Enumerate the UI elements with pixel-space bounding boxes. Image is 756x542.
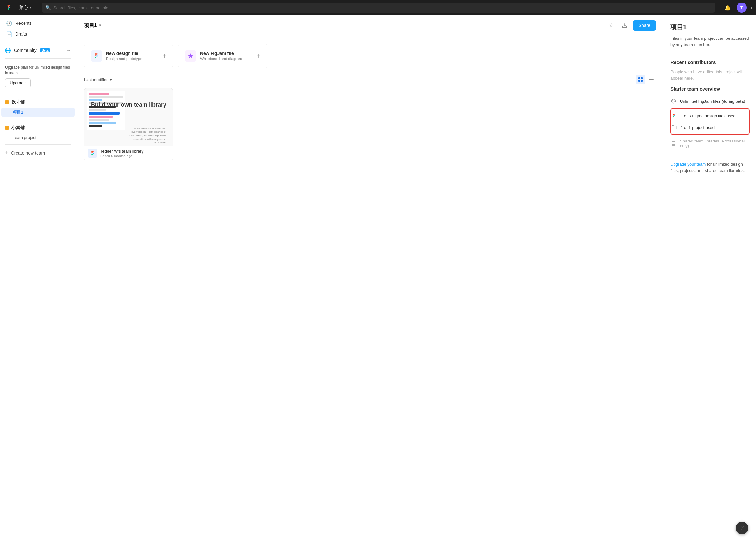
figjam-file-info: New FigJam file Whiteboard and diagram: [200, 51, 253, 61]
sort-button[interactable]: Last modified ▾: [84, 77, 112, 82]
topbar: 菜心 ▾ 🔍 🔔 T ▾: [0, 0, 756, 15]
panel-item-projects: 1 of 1 project used: [671, 122, 749, 133]
file-card-figma-icon: [88, 149, 97, 158]
project-chevron-icon: ▾: [99, 23, 101, 28]
file-preview-0: Build your own team library Don't reinve…: [84, 88, 173, 146]
team1-header[interactable]: 设计铺: [5, 99, 71, 105]
library-preview: Build your own team library Don't reinve…: [84, 88, 173, 146]
new-figjam-file-card[interactable]: New FigJam file Whiteboard and diagram +: [178, 44, 267, 68]
team1-project-label: 项目1: [13, 109, 23, 115]
svg-rect-2: [641, 77, 643, 79]
design-file-plus-icon: +: [163, 53, 166, 60]
drafts-label: Drafts: [15, 32, 27, 37]
folder-icon: [671, 124, 677, 130]
project-title-button[interactable]: 项目1 ▾: [84, 22, 101, 29]
notification-button[interactable]: 🔔: [723, 3, 733, 13]
file-card-info-0: Tedder W's team library Edited 6 months …: [100, 149, 169, 158]
library-desc-text: Don't reinvent the wheel with every desi…: [128, 127, 166, 144]
help-button[interactable]: ?: [736, 522, 748, 534]
sidebar-divider-1: [5, 42, 71, 42]
figma-logo[interactable]: [4, 3, 14, 13]
search-input[interactable]: [53, 5, 711, 10]
new-file-row: New design file Design and prototype + N…: [76, 36, 664, 74]
star-button[interactable]: ☆: [606, 20, 616, 31]
sidebar-item-drafts[interactable]: 📄 Drafts: [1, 29, 75, 39]
team2-section: 小卖铺: [0, 123, 76, 133]
overview-title: Starter team overview: [670, 86, 750, 92]
create-team-button[interactable]: + Create new team: [0, 147, 76, 159]
sort-label: Last modified: [84, 77, 109, 82]
sidebar-divider-4: [5, 120, 71, 120]
grid-view-button[interactable]: [636, 75, 645, 84]
search-icon: 🔍: [45, 5, 51, 10]
sort-bar: Last modified ▾: [76, 74, 664, 88]
team2-dot: [5, 126, 9, 130]
import-button[interactable]: [619, 20, 630, 31]
panel-item-figma-files: 1 of 3 Figma design files used: [671, 110, 749, 122]
header-actions: ☆ Share: [606, 20, 656, 31]
svg-rect-7: [649, 81, 654, 81]
svg-line-9: [672, 100, 675, 102]
topbar-right: 🔔 T ▾: [723, 3, 752, 13]
clock-icon: 🕐: [6, 20, 12, 26]
avatar-chevron[interactable]: ▾: [751, 6, 752, 10]
upgrade-text: Upgrade plan for unlimited design files …: [5, 65, 71, 76]
sort-chevron-icon: ▾: [110, 77, 112, 82]
share-button[interactable]: Share: [633, 20, 656, 31]
contributors-title: Recent contributors: [670, 60, 750, 65]
figjam-file-plus-icon: +: [257, 53, 261, 60]
design-file-icon: [91, 50, 102, 62]
team2-project-label: Team project: [13, 135, 36, 140]
library-title-text: Build your own team library: [91, 101, 166, 109]
contributors-empty-text: People who have edited this project will…: [670, 69, 750, 81]
new-design-file-title: New design file: [106, 51, 159, 56]
upgrade-link[interactable]: Upgrade your team: [670, 162, 706, 167]
sidebar-item-team-project[interactable]: Team project: [1, 133, 75, 142]
file-card-0[interactable]: Build your own team library Don't reinve…: [84, 88, 173, 161]
plus-icon: +: [5, 150, 9, 157]
upgrade-paragraph: Upgrade your team for unlimited design f…: [670, 161, 750, 174]
file-card-name-0: Tedder W's team library: [100, 149, 169, 154]
search-bar[interactable]: 🔍: [42, 3, 715, 13]
right-panel: 项目1 Files in your team project can be ac…: [664, 15, 756, 542]
content-area: 项目1 ▾ ☆ Share: [76, 15, 756, 542]
sidebar-divider-2: [5, 58, 71, 59]
team1-section: 设计铺: [0, 97, 76, 108]
team1-name: 设计铺: [11, 99, 25, 105]
new-design-file-card[interactable]: New design file Design and prototype +: [84, 44, 173, 68]
globe-icon: 🌐: [5, 47, 11, 53]
svg-rect-4: [641, 80, 643, 82]
panel-item-libraries: Shared team libraries (Professional only…: [670, 136, 750, 151]
sidebar: 🕐 Recents 📄 Drafts 🌐 Community Beta → Up…: [0, 15, 76, 542]
team2-header[interactable]: 小卖铺: [5, 125, 71, 131]
sidebar-item-community[interactable]: 🌐 Community Beta →: [0, 45, 76, 56]
panel-divider-1: [670, 54, 750, 54]
user-menu[interactable]: 菜心 ▾: [17, 4, 34, 12]
upgrade-button[interactable]: Upgrade: [5, 78, 31, 88]
main-content: 项目1 ▾ ☆ Share: [76, 15, 664, 542]
community-arrow-icon: →: [67, 48, 71, 53]
list-view-button[interactable]: [647, 75, 656, 84]
main-layout: 🕐 Recents 📄 Drafts 🌐 Community Beta → Up…: [0, 15, 756, 542]
figjam-file-icon: [185, 50, 196, 62]
panel-item-figjam-label: Unlimited FigJam files (during beta): [680, 99, 745, 104]
sidebar-divider-3: [5, 94, 71, 94]
new-figjam-file-subtitle: Whiteboard and diagram: [200, 57, 253, 61]
draft-icon: 📄: [6, 31, 12, 37]
new-figjam-file-title: New FigJam file: [200, 51, 253, 56]
panel-item-figma-files-label: 1 of 3 Figma design files used: [681, 114, 736, 118]
sidebar-item-project1[interactable]: 项目1: [1, 108, 75, 117]
project-title: 项目1: [84, 22, 97, 29]
avatar[interactable]: T: [737, 3, 747, 13]
svg-rect-1: [638, 77, 640, 79]
sidebar-item-recents[interactable]: 🕐 Recents: [1, 18, 75, 29]
upgrade-box: Upgrade plan for unlimited design files …: [0, 61, 76, 91]
new-design-file-subtitle: Design and prototype: [106, 57, 159, 61]
right-panel-desc: Files in your team project can be access…: [670, 35, 750, 48]
community-label: Community: [14, 48, 37, 53]
files-grid: Build your own team library Don't reinve…: [76, 88, 664, 169]
svg-rect-3: [638, 80, 640, 82]
team1-dot: [5, 100, 9, 104]
figma-small-icon: [671, 113, 677, 119]
svg-rect-5: [649, 78, 654, 78]
